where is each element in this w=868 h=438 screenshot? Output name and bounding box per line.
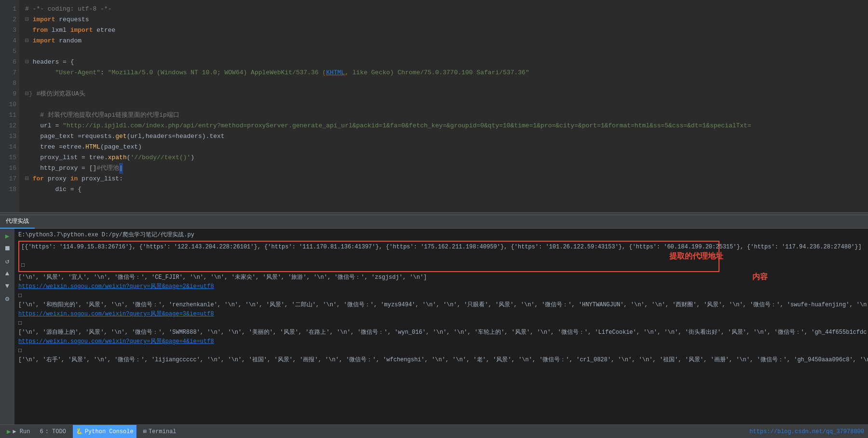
run-play-icon: ▶ bbox=[7, 427, 11, 436]
console-empty-3: □ bbox=[18, 346, 864, 356]
code-line-12: url = "http://ip.ipjldl.com/index.php/ap… bbox=[25, 121, 862, 131]
python-console-status-item[interactable]: 🐍 Python Console bbox=[73, 425, 136, 438]
proxy-label: 提取的代理地址 bbox=[669, 252, 723, 261]
run-play-button[interactable]: ▶ bbox=[2, 231, 13, 241]
run-sidebar: ▶ ⏹ ↺ ▲ ▼ ⚙ bbox=[0, 229, 14, 424]
terminal-status-item[interactable]: ⊞ Terminal bbox=[140, 425, 179, 438]
code-line-17: ⊟ for proxy in proxy_list: bbox=[25, 174, 862, 184]
code-line-7: "User-Agent": "Mozilla/5.0 (Windows NT 1… bbox=[25, 68, 862, 78]
code-line-3: from lxml import etree bbox=[25, 25, 862, 36]
code-line-15: proxy_list = tree.xpath('//body//text()'… bbox=[25, 152, 862, 163]
proxy-box-square: □ bbox=[21, 261, 717, 270]
code-line-14: tree =etree.HTML(page_text) bbox=[25, 142, 862, 152]
run-tab-label: 代理实战 bbox=[6, 217, 29, 225]
line-numbers: 1 2 3 4 5 6 7 8 9 10 11 12 13 14 15 16 1… bbox=[0, 0, 19, 212]
status-bar: ▶ ▶ Run 6 : TODO 🐍 Python Console ⊞ Term… bbox=[0, 424, 868, 438]
console-link-3[interactable]: https://weixin.sogou.com/weixin?query=风景… bbox=[18, 310, 864, 319]
run-panel: 代理实战 ▶ ⏹ ↺ ▲ ▼ ⚙ E:\python3.7\python.exe… bbox=[0, 215, 868, 424]
code-line-2: ⊟ import requests bbox=[25, 14, 862, 25]
console-data-3: ['\n', '源自睡上的', '风景', '\n', '微信号：', 'SWM… bbox=[18, 328, 864, 337]
code-line-1: # -*- coding: utf-8 -*- bbox=[25, 4, 862, 14]
run-stop-button[interactable]: ⏹ bbox=[2, 243, 13, 254]
console-output[interactable]: E:\python3.7\python.exe D:/py/爬虫学习笔记/代理实… bbox=[14, 229, 868, 424]
run-tabs: 代理实战 bbox=[0, 215, 868, 229]
run-content: ▶ ⏹ ↺ ▲ ▼ ⚙ E:\python3.7\python.exe D:/p… bbox=[0, 229, 868, 424]
console-empty-1: □ bbox=[18, 291, 864, 301]
code-line-4: ⊟ import random bbox=[25, 36, 862, 46]
terminal-icon: ⊞ bbox=[143, 428, 147, 435]
console-data-4: ['\n', '右手', '风景', '\n', '微信号：', 'lijian… bbox=[18, 356, 864, 365]
editor-area: 1 2 3 4 5 6 7 8 9 10 11 12 13 14 15 16 1… bbox=[0, 0, 868, 212]
todo-label: : TODO bbox=[45, 428, 66, 435]
console-link-4[interactable]: https://weixin.sogou.com/weixin?query=风景… bbox=[18, 337, 864, 346]
code-line-13: page_text =requests.get(url,headers=head… bbox=[25, 131, 862, 142]
content-label: 内容 bbox=[752, 273, 768, 282]
console-data-2: ['\n', '和煦阳光的', '风景', '\n', '微信号：', 'ren… bbox=[18, 301, 864, 310]
settings-button[interactable]: ⚙ bbox=[2, 293, 13, 304]
proxy-box-empty bbox=[21, 252, 717, 261]
run-status-label: ▶ Run bbox=[13, 428, 30, 435]
code-line-11: # 封装代理池提取代理api链接里面的代理ip端口 bbox=[25, 110, 862, 121]
rerun-button[interactable]: ↺ bbox=[2, 256, 13, 266]
console-empty-2: □ bbox=[18, 319, 864, 328]
proxy-result-box: [{'https': '114.99.15.83:26716'}, {'http… bbox=[18, 241, 719, 272]
code-line-10 bbox=[25, 99, 862, 110]
code-content[interactable]: # -*- coding: utf-8 -*- ⊟ import request… bbox=[19, 0, 868, 212]
code-line-9: ⊟} #模仿浏览器UA头 bbox=[25, 89, 862, 99]
code-line-6: ⊟ headers = { bbox=[25, 57, 862, 68]
scroll-down-button[interactable]: ▼ bbox=[2, 281, 13, 291]
console-command-line: E:\python3.7\python.exe D:/py/爬虫学习笔记/代理实… bbox=[18, 231, 864, 240]
console-link-1[interactable]: https://weixin.sogou.com/weixin?query=风景… bbox=[18, 282, 864, 291]
python-console-icon: 🐍 bbox=[76, 428, 83, 435]
status-bar-url[interactable]: https://blog.csdn.net/qq_37978800 bbox=[749, 428, 864, 435]
code-line-16: http_proxy = []#代理池| bbox=[25, 163, 862, 174]
todo-number-icon: 6 bbox=[40, 428, 43, 435]
proxy-data-line: [{'https': '114.99.15.83:26716'}, {'http… bbox=[21, 243, 717, 252]
terminal-label: Terminal bbox=[149, 428, 176, 435]
todo-status-item[interactable]: 6 : TODO bbox=[37, 425, 68, 438]
scroll-up-button[interactable]: ▲ bbox=[2, 268, 13, 279]
code-line-8 bbox=[25, 78, 862, 89]
python-console-label: Python Console bbox=[85, 428, 134, 435]
console-data-1: ['\n', '风景', '宜人', '\n', '微信号：', 'CE_FJI… bbox=[18, 273, 864, 282]
run-tab-active[interactable]: 代理实战 bbox=[0, 215, 35, 229]
run-status-item[interactable]: ▶ ▶ Run bbox=[4, 425, 33, 438]
code-line-5 bbox=[25, 46, 862, 57]
code-line-18: dic = { bbox=[25, 184, 862, 195]
